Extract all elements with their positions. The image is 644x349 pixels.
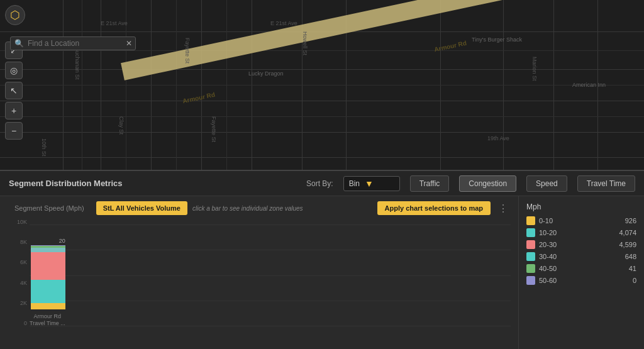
road-line: [176, 0, 177, 170]
tab-traffic[interactable]: Traffic: [410, 175, 450, 192]
legend-row: 50-60 0: [526, 276, 636, 285]
bar-segment-30-40[interactable]: [31, 248, 65, 252]
legend-swatch: [526, 228, 535, 237]
chart-left: Segment Speed (Mph) StL All Vehicles Vol…: [0, 196, 518, 349]
street-label: E 21st Ave: [101, 20, 128, 26]
road-line: [0, 85, 644, 86]
y-axis: 10K 8K 6K 4K 2K 0: [8, 219, 30, 326]
place-label-tinys: Tiny's Burger Shack: [472, 36, 522, 43]
tab-congestion[interactable]: Congestion: [459, 175, 516, 192]
road-line: [0, 132, 644, 133]
sort-value: Bin: [349, 179, 360, 188]
chevron-down-icon: ▼: [365, 179, 374, 189]
y-label-10k: 10K: [17, 219, 27, 225]
bar-x-label-line2: Travel Time ...: [30, 320, 65, 326]
y-label-4k: 4K: [20, 280, 27, 286]
chart-tab-segment-speed[interactable]: Segment Speed (Mph): [8, 201, 91, 215]
bar-segment-0-10[interactable]: [31, 303, 65, 309]
search-icon: 🔍: [14, 39, 24, 48]
bar-x-label: Armour Rd Travel Time ...: [30, 313, 65, 328]
search-input[interactable]: [28, 39, 122, 48]
legend-row: 20-30 4,599: [526, 240, 636, 249]
tab-travel-time[interactable]: Travel Time: [577, 175, 635, 192]
bars-container: 20 Armour Rd Travel Time ...: [30, 238, 65, 326]
grid-line: [30, 224, 511, 225]
legend-row: 0-10 926: [526, 216, 636, 225]
legend-title: Mph: [526, 202, 636, 211]
legend-row: 30-40 648: [526, 252, 636, 261]
legend-left: 20-30: [526, 240, 557, 249]
street-label: E 21st Ave: [270, 20, 297, 26]
legend-range: 20-30: [539, 241, 557, 248]
grid-line: [30, 275, 511, 276]
legend-swatch: [526, 216, 535, 225]
y-label-8k: 8K: [20, 239, 27, 245]
panel-title: Segment Distribution Metrics: [9, 179, 123, 188]
chart-tab-stl-volume[interactable]: StL All Vehicles Volume: [96, 201, 187, 215]
legend-left: 0-10: [526, 216, 553, 225]
bar-group-armour[interactable]: 20 Armour Rd Travel Time ...: [30, 238, 65, 326]
street-label: Fayette St: [211, 116, 217, 142]
legend-left: 30-40: [526, 252, 557, 261]
place-label-american-inn: American Inn: [572, 82, 606, 88]
road-line: [0, 116, 644, 117]
legend-range: 40-50: [539, 265, 557, 272]
y-label-6k: 6K: [20, 259, 27, 265]
legend-value: 41: [629, 265, 636, 272]
panel-header: Segment Distribution Metrics Sort By: Bi…: [0, 171, 644, 196]
chart-legend: Mph 0-10 926 10-20 4,074 20-30 4,599: [518, 196, 644, 349]
grid-line: [30, 301, 511, 301]
legend-range: 0-10: [539, 217, 553, 224]
street-label: Marion St: [531, 57, 538, 81]
legend-value: 4,599: [619, 241, 636, 248]
street-label: 19th Ave: [487, 135, 509, 141]
zoom-in-button[interactable]: +: [5, 102, 23, 119]
chart-hint: click a bar to see individual zone value…: [192, 205, 303, 212]
search-close-icon[interactable]: ✕: [126, 39, 132, 48]
locate-button[interactable]: ◎: [5, 62, 23, 79]
legend-left: 50-60: [526, 276, 557, 285]
legend-left: 40-50: [526, 264, 557, 273]
road-line: [0, 101, 644, 101]
bar-segment-20-30[interactable]: [31, 252, 65, 280]
y-label-0: 0: [24, 320, 27, 326]
street-label: Howell St: [302, 31, 308, 55]
sort-dropdown[interactable]: Bin ▼: [343, 176, 400, 191]
road-line: [0, 69, 644, 70]
road-line: [82, 0, 82, 170]
legend-range: 50-60: [539, 277, 557, 284]
cursor-button[interactable]: ↖: [5, 82, 23, 99]
grid-line: [30, 326, 511, 326]
legend-swatch: [526, 252, 535, 261]
legend-range: 30-40: [539, 253, 557, 260]
compass-button[interactable]: ⬡: [5, 5, 25, 25]
legend-rows: 0-10 926 10-20 4,074 20-30 4,599 30-40 6…: [526, 216, 636, 285]
legend-value: 4,074: [619, 229, 636, 236]
street-label: 10th St: [41, 138, 47, 157]
bar-x-label-line1: Armour Rd: [34, 313, 62, 319]
more-options-icon[interactable]: ⋮: [496, 202, 511, 214]
road-line: [226, 0, 227, 170]
street-label: Buchanan St: [74, 47, 80, 80]
chart-area: Segment Speed (Mph) StL All Vehicles Vol…: [0, 196, 644, 349]
bar-value-label: 20: [59, 238, 65, 244]
apply-chart-button[interactable]: Apply chart selections to map: [377, 201, 491, 215]
legend-value: 926: [625, 217, 636, 224]
bar-segment-10-20[interactable]: [31, 280, 65, 304]
sort-by-label: Sort By:: [306, 179, 333, 188]
legend-swatch: [526, 240, 535, 249]
legend-swatch: [526, 264, 535, 273]
stacked-bar[interactable]: [31, 245, 65, 309]
road-line: [0, 50, 644, 51]
tab-speed[interactable]: Speed: [526, 175, 567, 192]
search-bar: 🔍 ✕: [10, 36, 136, 50]
zoom-out-button[interactable]: −: [5, 122, 23, 140]
legend-range: 10-20: [539, 229, 557, 236]
legend-left: 10-20: [526, 228, 557, 237]
chart-toolbar: Segment Speed (Mph) StL All Vehicles Vol…: [8, 201, 511, 215]
grid-line: [30, 250, 511, 250]
road-line: [0, 157, 644, 158]
legend-row: 40-50 41: [526, 264, 636, 273]
legend-value: 648: [625, 253, 636, 260]
map-container: Armour Rd Armour Rd E 21st Ave E 21st Av…: [0, 0, 644, 170]
